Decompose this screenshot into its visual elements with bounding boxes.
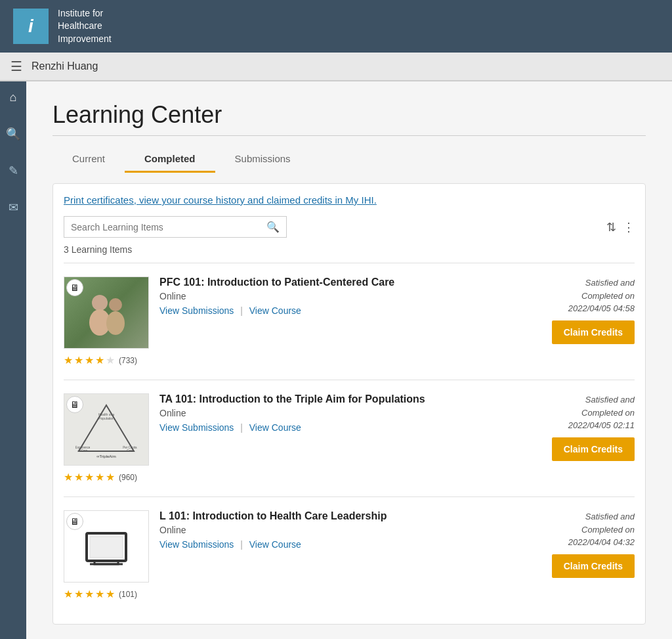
svg-rect-15 <box>90 537 123 558</box>
sidebar: ⌂ 🔍 ✎ ✉ <box>0 81 26 639</box>
sidebar-item-edit[interactable]: ✎ <box>4 162 22 180</box>
link-separator: | <box>240 305 243 316</box>
online-icon: 🖥 <box>66 279 83 296</box>
star-count: (960) <box>119 473 137 482</box>
svg-point-3 <box>106 311 125 335</box>
course-info: PFC 101: Introduction to Patient-Centere… <box>159 276 519 316</box>
course-item: 🖥 ★ ★ ★ ★ ★ (101) L 101: Introduction to… <box>64 496 635 613</box>
star-4: ★ <box>95 354 104 366</box>
course-info: L 101: Introduction to Health Care Leade… <box>159 510 519 550</box>
sidebar-item-search[interactable]: 🔍 <box>4 125 22 143</box>
sub-header: ☰ Renzhi Huang <box>0 53 672 81</box>
sort-icon[interactable]: ⇅ <box>606 220 616 234</box>
course-title: TA 101: Introduction to the Triple Aim f… <box>159 393 519 405</box>
course-right: Satisfied andCompleted onSatisfied and C… <box>530 276 635 344</box>
star-4: ★ <box>95 471 104 483</box>
star-count: (101) <box>119 590 137 599</box>
course-item: ∞TripleAim Health of a Population Experi… <box>64 380 635 496</box>
star-count: (733) <box>119 356 137 365</box>
completion-text: Satisfied andCompleted on2022/04/05 02:1… <box>568 393 635 432</box>
online-icon: 🖥 <box>66 513 83 530</box>
tab-current[interactable]: Current <box>52 146 125 173</box>
logo-text: Institute for Healthcare Improvement <box>58 7 112 46</box>
main-layout: ⌂ 🔍 ✎ ✉ Learning Center Current Complete… <box>0 81 672 639</box>
course-links: View Submissions | View Course <box>159 305 519 316</box>
sidebar-item-mail[interactable]: ✉ <box>4 198 22 217</box>
star-5: ★ <box>106 588 115 600</box>
course-thumb-wrap: 🖥 ★ ★ ★ ★ ★ (101) <box>64 510 149 600</box>
course-title: PFC 101: Introduction to Patient-Centere… <box>159 276 519 288</box>
menu-icon[interactable]: ☰ <box>10 58 22 74</box>
tab-submissions[interactable]: Submissions <box>215 146 310 173</box>
svg-text:Population: Population <box>98 416 114 420</box>
toolbar-icons: ⇅ ⋮ <box>606 220 635 234</box>
svg-text:of Care: of Care <box>78 449 88 452</box>
star-3: ★ <box>85 588 94 600</box>
svg-text:∞TripleAim: ∞TripleAim <box>96 454 116 458</box>
online-icon: 🖥 <box>66 396 83 413</box>
top-header: i Institute for Healthcare Improvement <box>0 0 672 53</box>
course-right: Satisfied andCompleted on2022/04/05 02:1… <box>530 393 635 461</box>
star-3: ★ <box>85 354 94 366</box>
course-info: TA 101: Introduction to the Triple Aim f… <box>159 393 519 433</box>
completion-text: Satisfied andCompleted onSatisfied and C… <box>568 276 635 315</box>
star-1: ★ <box>64 588 73 600</box>
search-row: 🔍 ⇅ ⋮ <box>64 216 635 238</box>
logo-icon: i <box>13 9 49 44</box>
course-item: 🖥 ★ ★ ★ ★ ★ (733) PFC 101: Introduction … <box>64 263 635 380</box>
course-type: Online <box>159 291 519 301</box>
items-count: 3 Learning Items <box>64 244 635 255</box>
stars-row: ★ ★ ★ ★ ★ (101) <box>64 588 149 600</box>
svg-point-2 <box>109 298 122 311</box>
main-content: Learning Center Current Completed Submis… <box>26 81 672 639</box>
view-course-link[interactable]: View Course <box>249 305 301 316</box>
course-links: View Submissions | View Course <box>159 422 519 433</box>
view-submissions-link[interactable]: View Submissions <box>159 539 234 550</box>
user-name: Renzhi Huang <box>32 60 98 72</box>
svg-point-0 <box>92 295 108 311</box>
star-4: ★ <box>95 588 104 600</box>
stars-row: ★ ★ ★ ★ ★ (960) <box>64 471 149 483</box>
sidebar-item-home[interactable]: ⌂ <box>4 88 22 106</box>
course-type: Online <box>159 408 519 418</box>
star-1: ★ <box>64 471 73 483</box>
star-2: ★ <box>74 354 83 366</box>
stars-row: ★ ★ ★ ★ ★ (733) <box>64 354 149 366</box>
view-course-link[interactable]: View Course <box>249 422 301 433</box>
star-2: ★ <box>74 588 83 600</box>
course-thumb-wrap: 🖥 ★ ★ ★ ★ ★ (733) <box>64 276 149 366</box>
course-type: Online <box>159 525 519 535</box>
search-wrapper: 🔍 <box>64 216 287 238</box>
star-5: ★ <box>106 471 115 483</box>
cert-link[interactable]: Print certificates, view your course his… <box>64 194 635 206</box>
main-card: Print certificates, view your course his… <box>52 183 646 625</box>
course-right: Satisfied andCompleted on2022/04/04 04:3… <box>530 510 635 578</box>
svg-text:Cost: Cost <box>127 449 133 452</box>
tab-completed[interactable]: Completed <box>125 146 215 173</box>
search-input[interactable] <box>71 222 266 232</box>
star-2: ★ <box>74 471 83 483</box>
star-3: ★ <box>85 471 94 483</box>
page-title: Learning Center <box>52 101 646 136</box>
tabs-container: Current Completed Submissions <box>52 146 646 173</box>
claim-credits-button[interactable]: Claim Credits <box>552 554 635 578</box>
link-separator: | <box>240 539 243 550</box>
search-button[interactable]: 🔍 <box>266 221 280 233</box>
completion-text: Satisfied andCompleted on2022/04/04 04:3… <box>568 510 635 549</box>
view-course-link[interactable]: View Course <box>249 539 301 550</box>
claim-credits-button[interactable]: Claim Credits <box>552 437 635 461</box>
link-separator: | <box>240 422 243 433</box>
star-5-half: ★ <box>106 354 115 366</box>
star-1: ★ <box>64 354 73 366</box>
view-submissions-link[interactable]: View Submissions <box>159 422 234 433</box>
course-links: View Submissions | View Course <box>159 539 519 550</box>
course-thumb-wrap: ∞TripleAim Health of a Population Experi… <box>64 393 149 483</box>
claim-credits-button[interactable]: Claim Credits <box>552 320 635 344</box>
more-icon[interactable]: ⋮ <box>623 220 635 234</box>
course-title: L 101: Introduction to Health Care Leade… <box>159 510 519 522</box>
view-submissions-link[interactable]: View Submissions <box>159 305 234 316</box>
